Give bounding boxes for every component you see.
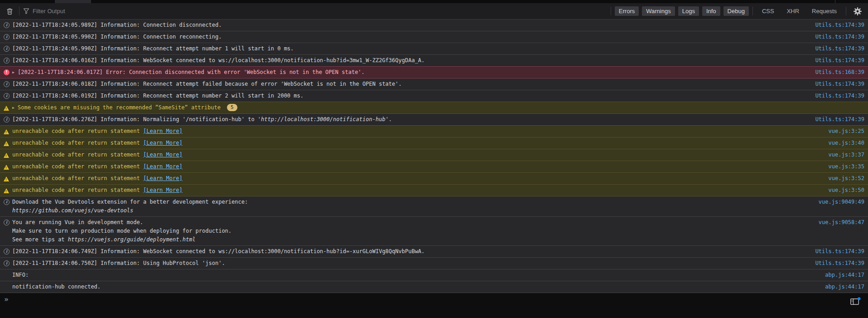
message-text: [2022-11-17T18:24:05.990Z] Information: … xyxy=(12,34,222,40)
message-text: unreachable code after return statement xyxy=(12,187,143,193)
source-location-link[interactable]: vue.js:3:40 xyxy=(820,139,864,147)
message-line: INFO: xyxy=(12,271,817,279)
message-line: Make sure to turn on production mode whe… xyxy=(12,227,810,235)
info-icon: i xyxy=(4,34,10,40)
filter-requests-button[interactable]: Requests xyxy=(812,8,837,15)
source-location-link[interactable]: vue.js:3:25 xyxy=(820,127,864,136)
source-location-link[interactable]: Utils.ts:168:39 xyxy=(807,68,864,77)
filter-xhr-button[interactable]: XHR xyxy=(787,8,799,15)
console-message-row: !unreachable code after return statement… xyxy=(0,161,868,173)
message-line: unreachable code after return statement … xyxy=(12,186,820,195)
message-body: unreachable code after return statement … xyxy=(12,151,820,159)
warning-icon: ! xyxy=(4,176,9,181)
tab-strip-separator xyxy=(835,0,835,3)
learn-more-link[interactable]: [Learn More] xyxy=(143,140,183,146)
source-location-link[interactable]: vue.js:3:52 xyxy=(820,174,864,183)
learn-more-link[interactable]: [Learn More] xyxy=(143,175,183,181)
filter-info-button[interactable]: Info xyxy=(702,6,720,16)
split-console-button[interactable] xyxy=(850,297,861,307)
warning-icon: ! xyxy=(4,141,9,146)
message-body: Some cookies are misusing the recommende… xyxy=(18,103,864,112)
icon-cell: ! xyxy=(4,68,12,77)
source-location-link[interactable]: abp.js:44:17 xyxy=(817,283,864,291)
console-message-row: i[2022-11-17T18:24:06.276Z] Information:… xyxy=(0,114,868,126)
source-location-link[interactable]: Utils.ts:174:39 xyxy=(807,21,864,29)
learn-more-link[interactable]: [Learn More] xyxy=(143,163,183,170)
source-location-link[interactable]: Utils.ts:174:39 xyxy=(807,33,864,41)
source-location-link[interactable]: abp.js:44:17 xyxy=(817,271,864,279)
source-location-link[interactable]: vue.js:9058:47 xyxy=(810,218,864,227)
log-level-filter-group: ErrorsWarningsLogsInfoDebug xyxy=(615,6,749,16)
message-text: Some cookies are misusing the recommende… xyxy=(18,104,221,111)
warning-icon: ! xyxy=(4,165,9,170)
message-line: [2022-11-17T18:24:05.990Z] Information: … xyxy=(12,44,807,53)
info-icon: i xyxy=(4,249,10,254)
source-location-link[interactable]: Utils.ts:174:39 xyxy=(807,247,864,256)
source-location-link[interactable]: Utils.ts:174:39 xyxy=(807,115,864,124)
source-location-link[interactable]: vue.js:3:37 xyxy=(820,151,864,159)
clear-console-button[interactable] xyxy=(4,6,15,17)
filter-output-field[interactable] xyxy=(23,8,607,15)
learn-more-link[interactable]: [Learn More] xyxy=(143,128,183,134)
message-text: [2022-11-17T18:24:06.018Z] Information: … xyxy=(12,81,402,87)
filter-warnings-button[interactable]: Warnings xyxy=(642,6,675,16)
source-location-link[interactable]: Utils.ts:174:39 xyxy=(807,56,864,65)
source-location-link[interactable]: Utils.ts:174:39 xyxy=(807,44,864,53)
message-line: [2022-11-17T18:24:05.990Z] Information: … xyxy=(12,33,807,41)
info-icon: i xyxy=(4,117,10,122)
filter-logs-button[interactable]: Logs xyxy=(678,6,699,16)
info-icon: i xyxy=(4,46,10,52)
console-message-row: !unreachable code after return statement… xyxy=(0,173,868,185)
icon-cell: ! xyxy=(4,174,12,183)
source-location-link[interactable]: vue.js:3:35 xyxy=(820,162,864,171)
console-message-row: i[2022-11-17T18:24:06.019Z] Information:… xyxy=(0,90,868,102)
filter-debug-button[interactable]: Debug xyxy=(723,6,749,16)
learn-more-link[interactable]: [Learn More] xyxy=(143,152,183,158)
message-text: [2022-11-17T18:24:05.990Z] Information: … xyxy=(12,45,294,52)
console-input-row[interactable]: » xyxy=(0,293,868,318)
source-location-link[interactable]: Utils.ts:174:39 xyxy=(807,80,864,88)
message-body: [2022-11-17T18:24:06.016Z] Information: … xyxy=(12,56,807,65)
source-location-link[interactable]: vue.js:3:50 xyxy=(820,186,864,195)
message-line: https://github.com/vuejs/vue-devtools xyxy=(12,206,810,215)
message-text: '. xyxy=(386,116,392,122)
filter-input[interactable] xyxy=(33,8,223,15)
console-message-row: !unreachable code after return statement… xyxy=(0,149,868,161)
message-text: notification-hub connected. xyxy=(12,284,101,290)
message-text: [2022-11-17T18:24:06.276Z] Information: … xyxy=(12,116,261,122)
learn-more-link[interactable]: [Learn More] xyxy=(143,187,183,193)
message-body: You are running Vue in development mode.… xyxy=(12,218,810,244)
expand-arrow-icon[interactable]: ▶ xyxy=(12,68,18,77)
console-message-row: !unreachable code after return statement… xyxy=(0,185,868,196)
message-line: unreachable code after return statement … xyxy=(12,127,820,136)
message-text: Make sure to turn on production mode whe… xyxy=(12,228,231,234)
active-tab-highlight[interactable] xyxy=(55,0,91,3)
info-icon: i xyxy=(4,58,10,64)
source-location-link[interactable]: Utils.ts:174:39 xyxy=(807,259,864,268)
filter-css-button[interactable]: CSS xyxy=(762,8,774,15)
message-text: unreachable code after return statement xyxy=(12,152,143,158)
filter-errors-button[interactable]: Errors xyxy=(615,6,639,16)
expand-arrow-icon[interactable]: ▶ xyxy=(12,103,18,112)
message-body: notification-hub connected. xyxy=(12,283,817,291)
console-message-row: iDownload the Vue Devtools extension for… xyxy=(0,196,868,217)
message-text: [2022-11-17T18:24:06.017Z] Error: Connec… xyxy=(18,69,365,75)
split-console-icon xyxy=(850,297,861,305)
warning-icon: ! xyxy=(4,106,9,111)
message-text: unreachable code after return statement xyxy=(12,128,143,134)
message-line: You are running Vue in development mode. xyxy=(12,218,810,227)
toolbar-separator xyxy=(752,7,753,15)
info-icon: i xyxy=(4,260,10,266)
message-text: [2022-11-17T18:24:05.989Z] Information: … xyxy=(12,22,222,28)
message-line: Some cookies are misusing the recommende… xyxy=(18,103,864,112)
console-message-row: iYou are running Vue in development mode… xyxy=(0,217,868,246)
source-location-link[interactable]: Utils.ts:174:39 xyxy=(807,92,864,100)
message-body: [2022-11-17T18:24:06.276Z] Information: … xyxy=(12,115,807,124)
icon-cell: ! xyxy=(4,162,12,171)
settings-button[interactable] xyxy=(852,6,863,17)
icon-cell: ! xyxy=(4,139,12,147)
message-text: [2022-11-17T18:24:06.749Z] Information: … xyxy=(12,248,424,254)
source-location-link[interactable]: vue.js:9049:49 xyxy=(810,198,864,206)
message-line: unreachable code after return statement … xyxy=(12,162,820,171)
message-text: [2022-11-17T18:24:06.016Z] Information: … xyxy=(12,57,424,64)
